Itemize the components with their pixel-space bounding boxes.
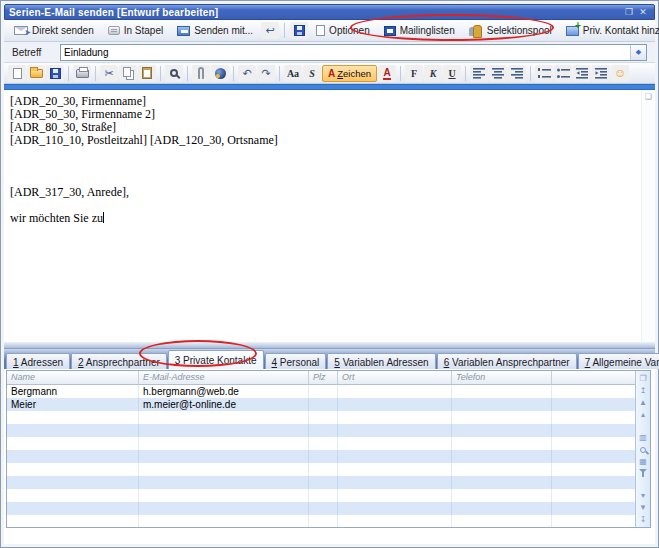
table-row-meier[interactable]: Meier m.meier@t-online.de [7,398,635,411]
subject-input[interactable] [61,45,630,60]
open-button[interactable] [27,65,45,82]
align-right-button[interactable] [508,65,526,82]
in-stapel-button[interactable]: In Stapel [102,23,169,38]
copy-button[interactable] [119,65,137,82]
print-icon [76,69,89,78]
new-document-button[interactable] [8,65,26,82]
paste-button[interactable] [138,65,156,82]
window-title: Serien-E-Mail senden [Entwurf bearbeiten… [9,7,622,18]
next-record-button[interactable]: ▾ [637,490,650,502]
tab-label: 3 Private Kontakte [175,355,257,366]
grid-header: Name E-Mail-Adresse Plz Ort Telefon [7,371,635,385]
columns-button[interactable]: ▥ [637,432,650,444]
font-color-button[interactable]: A [378,65,396,82]
first-record-button[interactable]: ↥ [637,385,650,397]
grid-view-button[interactable]: ▦ [637,456,650,468]
column-header-telefon[interactable]: Telefon [452,371,552,385]
grid-body: Bergmann h.bergmann@web.de Meier m.meier… [7,385,635,527]
last-record-button[interactable]: ↧ [637,514,650,526]
numbered-list-icon [538,68,551,79]
editor-line: wir möchten Sie zu [10,212,635,225]
app-window: Serien-E-Mail senden [Entwurf bearbeiten… [0,0,659,548]
tab-private-kontakte[interactable]: 3 Private Kontakte [168,350,264,369]
smiley-icon: ☺ [614,66,626,80]
table-row-bergmann[interactable]: Bergmann h.bergmann@web.de [7,385,635,398]
priv-kontakt-hinzufuegen-button[interactable]: Priv. Kontakt hinzufügen [560,23,659,38]
tab-adressen[interactable]: 1 Adressen [6,353,70,369]
page-down-button[interactable]: ▼ [637,502,650,514]
direkt-senden-label: Direkt senden [32,25,94,36]
editor-scrollbar[interactable] [641,90,655,342]
save-document-button[interactable] [46,65,64,82]
numbered-list-button[interactable] [535,65,553,82]
undo-button[interactable]: ↶ [238,65,256,82]
zoom-button[interactable] [165,65,183,82]
prior-record-button[interactable]: ▴ [637,409,650,421]
direkt-senden-button[interactable]: ➤ Direkt senden [8,23,100,38]
bullet-list-button[interactable] [554,65,572,82]
main-toolbar: ➤ Direkt senden In Stapel Senden mit... … [4,20,655,42]
batch-icon [108,26,120,35]
open-folder-icon [30,69,43,78]
bold-button[interactable]: F [405,65,423,82]
restore-icon[interactable]: ❐ [622,6,636,18]
selektionspool-button[interactable]: Selektionspool [463,23,558,38]
cut-icon: ✂ [104,67,113,80]
tab-personal[interactable]: 4 Personal [265,353,327,369]
subject-dropdown-button[interactable]: ◆ [630,45,646,60]
mailinglisten-button[interactable]: Mailinglisten [378,23,461,38]
page-up-button[interactable]: ▲ [637,397,650,409]
send-later-button[interactable]: ↩ [261,22,279,39]
filter-button[interactable] [637,468,650,480]
column-header-name[interactable]: Name [7,371,139,385]
indent-button[interactable] [592,65,610,82]
save-button[interactable] [290,22,308,39]
font-style-button[interactable]: S [303,65,321,82]
senden-mit-button[interactable]: Senden mit... [171,23,259,38]
toolbar-separator [279,66,280,81]
paperclip-icon [198,67,204,79]
tab-variablen-ansprechpartner[interactable]: 6 Variablen Ansprechpartner [437,353,577,369]
close-icon[interactable]: ✕ [636,6,650,18]
table-row-empty [7,476,635,489]
column-header-plz[interactable]: Plz [309,371,338,385]
toolbar-separator [68,66,69,81]
character-format-button[interactable]: A Zeichen [322,65,377,82]
people-icon [469,25,483,36]
optionen-button[interactable]: Optionen [310,23,376,38]
italic-button[interactable]: K [424,65,442,82]
dropdown-icon: ◆ [636,48,641,56]
outdent-button[interactable] [573,65,591,82]
grid-corner-icon[interactable]: ❐ [639,372,646,385]
tab-variablen-adressen[interactable]: 5 Variablen Adressen [327,353,435,369]
tab-label: 5 Variablen Adressen [334,357,428,368]
title-bar: Serien-E-Mail senden [Entwurf bearbeiten… [4,4,655,20]
column-header-ort[interactable]: Ort [338,371,452,385]
tab-ansprechpartner[interactable]: 2 Ansprechpartner [71,353,167,369]
align-center-button[interactable] [489,65,507,82]
splitter-bar[interactable] [4,342,655,349]
underline-button[interactable]: U [443,65,461,82]
column-header-email[interactable]: E-Mail-Adresse [139,371,309,385]
insert-field-button[interactable] [211,65,229,82]
send-with-icon [177,26,190,36]
cut-button[interactable]: ✂ [100,65,118,82]
font-size-button[interactable]: Aa [284,65,302,82]
copy-icon [123,67,131,77]
tab-label: 1 Adressen [13,357,63,368]
save-icon [50,68,61,79]
selektionspool-label: Selektionspool [487,25,552,36]
smiley-button[interactable]: ☺ [611,65,629,82]
table-row-empty [7,502,635,515]
search-button[interactable] [637,444,650,456]
attachment-button[interactable] [192,65,210,82]
paste-icon [142,67,152,79]
tab-allgemeine-variablen[interactable]: 7 Allgemeine Variablen [578,353,659,369]
align-left-button[interactable] [470,65,488,82]
email-body-editor[interactable]: [ADR_20_30, Firmenname] [ADR_50_30, Firm… [4,90,655,342]
print-button[interactable] [73,65,91,82]
redo-button[interactable]: ↷ [257,65,275,82]
align-left-icon [473,68,486,79]
cell-empty [552,385,635,398]
subject-label: Betreff [12,47,52,58]
